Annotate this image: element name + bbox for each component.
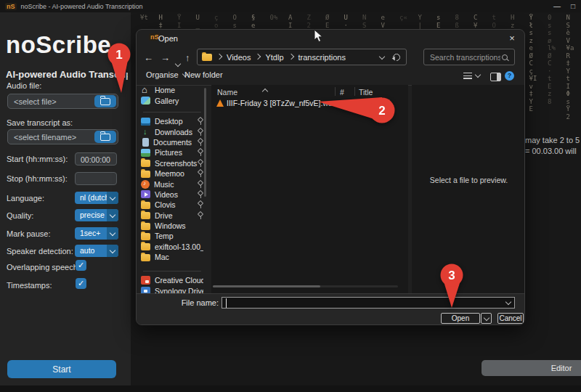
mark-pause-label: Mark pause: (7, 229, 51, 238)
quality-value: precise (75, 209, 107, 221)
save-as-entry[interactable]: <select filename> (7, 129, 118, 144)
dialog-nav-item[interactable]: Gallery (141, 95, 203, 105)
folder-open-icon (100, 98, 110, 105)
help-button[interactable] (505, 71, 514, 81)
up-icon[interactable]: ↑ (185, 52, 190, 63)
nav-item-icon (141, 86, 150, 94)
view-mode-button[interactable] (463, 73, 472, 80)
help-icon (505, 71, 514, 81)
timestamps-checkbox[interactable] (76, 278, 86, 289)
pin-icon (197, 212, 203, 219)
save-as-label: Save transcript as: (7, 118, 73, 127)
matrix-column: ¥t (140, 14, 145, 22)
start-button[interactable]: Start (7, 360, 116, 378)
timestamps-label: Timestamps: (7, 281, 52, 290)
dialog-nav-item[interactable]: Desktop (141, 116, 203, 126)
matrix-column: 0% (270, 14, 275, 22)
dialog-nav-item[interactable]: Synology Drive - I (141, 285, 203, 293)
app-window: ¥tH‡ŸIU_çoOs§e0%AIZ2ØEU·NSeVç«Y|sE8ßC¥tO… (0, 0, 581, 392)
dialog-nav-item[interactable]: Documents (141, 137, 203, 147)
refresh-icon[interactable] (391, 52, 402, 62)
dialog-nav-item[interactable]: Drive (141, 211, 203, 221)
open-button[interactable]: Open (441, 313, 480, 324)
overlapping-speech-checkbox[interactable] (76, 260, 86, 271)
dialog-nav-item[interactable]: Music (141, 179, 203, 189)
dialog-nav-item[interactable]: Mac (141, 252, 203, 262)
chevron-down-icon[interactable] (505, 299, 511, 305)
maximize-button[interactable]: □ (571, 2, 575, 10)
chevron-down-icon[interactable] (107, 245, 118, 257)
preview-pane-icon (490, 73, 501, 81)
new-folder-label: New folder (184, 70, 223, 79)
minimize-button[interactable]: — (553, 2, 561, 10)
dialog-toolbar: Organise New folder (137, 68, 525, 86)
dialog-nav-item[interactable]: Pictures (141, 147, 203, 158)
search-box[interactable] (423, 49, 515, 65)
cancel-button[interactable]: Cancel (497, 313, 524, 324)
nav-item-icon (141, 97, 150, 105)
forward-icon[interactable]: → (161, 52, 170, 63)
dialog-title-bar[interactable]: nS Open × (137, 30, 525, 48)
quality-label: Quality: (7, 211, 33, 220)
language-dropdown[interactable]: nl (dutch) (75, 192, 118, 204)
breadcrumb[interactable]: Videos Ytdlp transcriptions (197, 49, 407, 65)
marker-1-number: 1 (115, 48, 122, 62)
mark-pause-dropdown[interactable]: 1sec+ (75, 227, 118, 240)
title-bar[interactable]: nS noScribe - AI-powered Audio Transcrip… (0, 0, 581, 12)
sort-ascending-icon[interactable] (263, 83, 267, 97)
nav-item-icon (141, 243, 150, 250)
chevron-down-icon[interactable] (107, 209, 118, 221)
back-icon[interactable]: ← (144, 52, 153, 63)
chevron-down-icon[interactable] (107, 192, 118, 204)
dialog-nav-item[interactable]: Creative Cloud Fil (141, 275, 203, 285)
dialog-nav-item[interactable]: Home (141, 85, 203, 95)
matrix-column: 8ß (455, 14, 460, 29)
matrix-column: eV (381, 14, 386, 29)
chevron-down-icon[interactable] (107, 227, 118, 240)
view-mode-chevron-icon[interactable] (476, 74, 480, 77)
scrollbar-thumb[interactable] (213, 285, 320, 287)
dialog-nav-item[interactable]: Videos (141, 189, 203, 200)
speaker-detection-dropdown[interactable]: auto (75, 245, 118, 257)
nav-item-label: Home (155, 86, 175, 94)
editor-button[interactable]: Editor (482, 360, 581, 376)
nav-scrollbar[interactable] (204, 88, 206, 197)
start-time-input[interactable]: 00:00:00 (75, 152, 117, 166)
dialog-nav-item[interactable]: Clovis (141, 200, 203, 210)
nav-item-label: Mac (155, 253, 169, 261)
new-folder-button[interactable]: New folder (184, 70, 223, 79)
nav-item-label: Temp (155, 232, 174, 240)
matrix-column: §e (251, 14, 256, 29)
breadcrumb-segment[interactable]: Videos (227, 53, 251, 62)
dialog-nav-item[interactable]: exiftool-13.00_64 (141, 242, 203, 252)
save-as-value: <select filename> (14, 133, 76, 142)
audio-file-entry[interactable]: <select file> (7, 94, 118, 109)
matrix-column: U_ (196, 14, 201, 29)
column-header-name[interactable]: Name (217, 88, 237, 97)
search-input[interactable] (428, 52, 502, 62)
organise-menu[interactable]: Organise (146, 70, 187, 79)
file-name-combobox[interactable] (222, 297, 515, 309)
audio-file-browse-button[interactable] (94, 95, 116, 107)
dialog-nav-item[interactable]: Screenshots (141, 158, 203, 168)
save-as-browse-button[interactable] (94, 131, 116, 143)
quality-dropdown[interactable]: precise (75, 209, 118, 221)
dialog-nav-item[interactable]: Temp (141, 231, 203, 241)
stop-time-label: Stop (hh:mm:ss): (7, 174, 68, 183)
stop-time-input[interactable] (75, 172, 117, 185)
preview-pane-button[interactable] (490, 73, 501, 81)
close-icon[interactable]: × (504, 32, 520, 45)
matrix-column: H‡ (159, 14, 164, 29)
breadcrumb-segment[interactable]: transcriptions (298, 53, 346, 62)
language-value: nl (dutch) (75, 192, 107, 204)
dialog-nav-item[interactable]: Windows (141, 221, 203, 231)
address-dropdown-chevron-icon[interactable] (379, 53, 385, 59)
nav-item-label: exiftool-13.00_64 (155, 242, 203, 251)
breadcrumb-separator-icon (216, 53, 222, 59)
dialog-nav-item[interactable]: Meemoo (141, 168, 203, 179)
breadcrumb-segment[interactable]: Ytdlp (265, 53, 283, 62)
horizontal-scrollbar[interactable] (213, 285, 398, 287)
nav-separator (143, 112, 201, 113)
open-split-chevron-icon[interactable] (481, 313, 492, 324)
dialog-nav-item[interactable]: Downloads (141, 126, 203, 136)
